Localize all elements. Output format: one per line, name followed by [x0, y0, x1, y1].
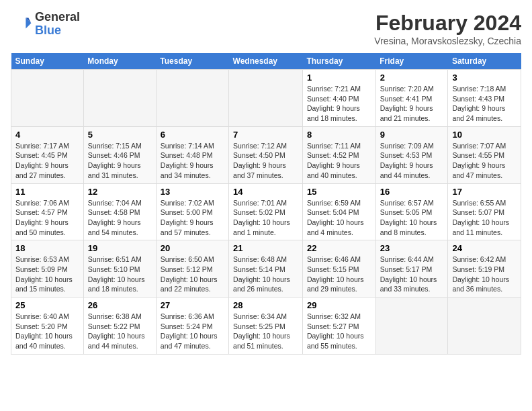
day-of-week-header: Tuesday [156, 53, 228, 70]
day-info: Sunrise: 6:53 AM Sunset: 5:09 PM Dayligh… [15, 255, 79, 294]
day-number: 20 [161, 243, 224, 253]
day-info: Sunrise: 6:42 AM Sunset: 5:19 PM Dayligh… [452, 255, 517, 294]
header: General Blue February 2024 Vresina, Mora… [11, 11, 521, 46]
day-info: Sunrise: 7:01 AM Sunset: 5:02 PM Dayligh… [233, 198, 298, 238]
calendar-cell: 14Sunrise: 7:01 AM Sunset: 5:02 PM Dayli… [229, 183, 303, 240]
logo: General Blue [11, 11, 80, 38]
calendar-cell: 16Sunrise: 6:57 AM Sunset: 5:05 PM Dayli… [375, 183, 448, 240]
day-of-week-header: Thursday [302, 53, 375, 70]
day-number: 18 [15, 243, 79, 253]
day-info: Sunrise: 6:32 AM Sunset: 5:27 PM Dayligh… [307, 312, 371, 351]
calendar-cell: 21Sunrise: 6:48 AM Sunset: 5:14 PM Dayli… [229, 240, 303, 298]
day-number: 22 [307, 243, 371, 253]
day-of-week-header: Sunday [11, 53, 84, 70]
day-info: Sunrise: 6:34 AM Sunset: 5:25 PM Dayligh… [233, 312, 298, 351]
calendar-week-row: 4Sunrise: 7:17 AM Sunset: 4:45 PM Daylig… [11, 126, 521, 183]
calendar-cell [83, 70, 156, 127]
calendar-week-row: 1Sunrise: 7:21 AM Sunset: 4:40 PM Daylig… [11, 70, 521, 127]
calendar-header-row: SundayMondayTuesdayWednesdayThursdayFrid… [11, 53, 521, 70]
calendar-cell: 22Sunrise: 6:46 AM Sunset: 5:15 PM Dayli… [302, 240, 375, 298]
day-info: Sunrise: 7:07 AM Sunset: 4:55 PM Dayligh… [452, 141, 517, 181]
calendar-cell: 28Sunrise: 6:34 AM Sunset: 5:25 PM Dayli… [229, 298, 303, 355]
day-number: 21 [233, 243, 298, 253]
day-number: 12 [88, 187, 152, 197]
calendar-cell: 2Sunrise: 7:20 AM Sunset: 4:41 PM Daylig… [375, 70, 448, 127]
calendar-cell: 17Sunrise: 6:55 AM Sunset: 5:07 PM Dayli… [448, 183, 521, 240]
calendar-cell: 29Sunrise: 6:32 AM Sunset: 5:27 PM Dayli… [302, 298, 375, 355]
day-info: Sunrise: 7:15 AM Sunset: 4:46 PM Dayligh… [88, 141, 152, 181]
calendar-cell: 12Sunrise: 7:04 AM Sunset: 4:58 PM Dayli… [83, 183, 156, 240]
logo-text: General Blue [35, 11, 80, 38]
day-info: Sunrise: 7:21 AM Sunset: 4:40 PM Dayligh… [307, 84, 371, 124]
day-of-week-header: Monday [83, 53, 156, 70]
day-number: 6 [161, 130, 224, 140]
calendar-cell: 19Sunrise: 6:51 AM Sunset: 5:10 PM Dayli… [83, 240, 156, 298]
calendar-cell: 10Sunrise: 7:07 AM Sunset: 4:55 PM Dayli… [448, 126, 521, 183]
calendar-cell: 7Sunrise: 7:12 AM Sunset: 4:50 PM Daylig… [229, 126, 303, 183]
day-number: 15 [307, 187, 371, 197]
day-number: 25 [15, 300, 79, 310]
day-number: 26 [88, 300, 152, 310]
calendar-cell: 8Sunrise: 7:11 AM Sunset: 4:52 PM Daylig… [302, 126, 375, 183]
title-area: February 2024 Vresina, Moravskoslezsky, … [374, 11, 521, 46]
day-number: 9 [380, 130, 444, 140]
day-info: Sunrise: 6:48 AM Sunset: 5:14 PM Dayligh… [233, 255, 298, 294]
day-info: Sunrise: 6:51 AM Sunset: 5:10 PM Dayligh… [88, 255, 152, 294]
day-number: 10 [452, 130, 517, 140]
day-info: Sunrise: 6:50 AM Sunset: 5:12 PM Dayligh… [161, 255, 224, 294]
day-info: Sunrise: 7:09 AM Sunset: 4:53 PM Dayligh… [380, 141, 444, 181]
calendar-cell: 6Sunrise: 7:14 AM Sunset: 4:48 PM Daylig… [156, 126, 228, 183]
calendar-cell: 25Sunrise: 6:40 AM Sunset: 5:20 PM Dayli… [11, 298, 84, 355]
calendar-cell [229, 70, 303, 127]
day-info: Sunrise: 6:44 AM Sunset: 5:17 PM Dayligh… [380, 255, 444, 294]
day-number: 5 [88, 130, 152, 140]
day-number: 17 [452, 187, 517, 197]
day-number: 13 [161, 187, 224, 197]
day-number: 14 [233, 187, 298, 197]
calendar-cell: 27Sunrise: 6:36 AM Sunset: 5:24 PM Dayli… [156, 298, 228, 355]
day-number: 19 [88, 243, 152, 253]
calendar-cell: 13Sunrise: 7:02 AM Sunset: 5:00 PM Dayli… [156, 183, 228, 240]
day-number: 1 [307, 73, 371, 83]
day-info: Sunrise: 6:38 AM Sunset: 5:22 PM Dayligh… [88, 312, 152, 351]
day-of-week-header: Saturday [448, 53, 521, 70]
day-number: 11 [15, 187, 79, 197]
calendar-table: SundayMondayTuesdayWednesdayThursdayFrid… [11, 53, 521, 355]
day-info: Sunrise: 7:02 AM Sunset: 5:00 PM Dayligh… [161, 198, 224, 238]
calendar-cell: 4Sunrise: 7:17 AM Sunset: 4:45 PM Daylig… [11, 126, 84, 183]
calendar-cell [156, 70, 228, 127]
calendar-cell: 9Sunrise: 7:09 AM Sunset: 4:53 PM Daylig… [375, 126, 448, 183]
day-info: Sunrise: 7:14 AM Sunset: 4:48 PM Dayligh… [161, 141, 224, 181]
day-info: Sunrise: 7:04 AM Sunset: 4:58 PM Dayligh… [88, 198, 152, 238]
day-info: Sunrise: 7:11 AM Sunset: 4:52 PM Dayligh… [307, 141, 371, 181]
logo-blue: Blue [35, 24, 80, 38]
day-number: 24 [452, 243, 517, 253]
day-info: Sunrise: 6:46 AM Sunset: 5:15 PM Dayligh… [307, 255, 371, 294]
day-number: 29 [307, 300, 371, 310]
calendar-cell: 5Sunrise: 7:15 AM Sunset: 4:46 PM Daylig… [83, 126, 156, 183]
calendar-cell: 15Sunrise: 6:59 AM Sunset: 5:04 PM Dayli… [302, 183, 375, 240]
day-number: 4 [15, 130, 79, 140]
day-info: Sunrise: 6:57 AM Sunset: 5:05 PM Dayligh… [380, 198, 444, 238]
calendar-cell [11, 70, 84, 127]
day-number: 16 [380, 187, 444, 197]
calendar-cell: 1Sunrise: 7:21 AM Sunset: 4:40 PM Daylig… [302, 70, 375, 127]
day-info: Sunrise: 7:12 AM Sunset: 4:50 PM Dayligh… [233, 141, 298, 181]
logo-general: General [35, 11, 80, 24]
day-number: 3 [452, 73, 517, 83]
day-number: 2 [380, 73, 444, 83]
day-number: 8 [307, 130, 371, 140]
calendar-cell: 26Sunrise: 6:38 AM Sunset: 5:22 PM Dayli… [83, 298, 156, 355]
calendar-week-row: 11Sunrise: 7:06 AM Sunset: 4:57 PM Dayli… [11, 183, 521, 240]
calendar-cell: 3Sunrise: 7:18 AM Sunset: 4:43 PM Daylig… [448, 70, 521, 127]
calendar-cell: 18Sunrise: 6:53 AM Sunset: 5:09 PM Dayli… [11, 240, 84, 298]
calendar-cell [375, 298, 448, 355]
calendar-cell: 20Sunrise: 6:50 AM Sunset: 5:12 PM Dayli… [156, 240, 228, 298]
calendar-week-row: 18Sunrise: 6:53 AM Sunset: 5:09 PM Dayli… [11, 240, 521, 298]
calendar-cell: 23Sunrise: 6:44 AM Sunset: 5:17 PM Dayli… [375, 240, 448, 298]
day-info: Sunrise: 6:59 AM Sunset: 5:04 PM Dayligh… [307, 198, 371, 238]
day-number: 7 [233, 130, 298, 140]
day-of-week-header: Friday [375, 53, 448, 70]
day-info: Sunrise: 6:40 AM Sunset: 5:20 PM Dayligh… [15, 312, 79, 351]
day-info: Sunrise: 7:06 AM Sunset: 4:57 PM Dayligh… [15, 198, 79, 238]
